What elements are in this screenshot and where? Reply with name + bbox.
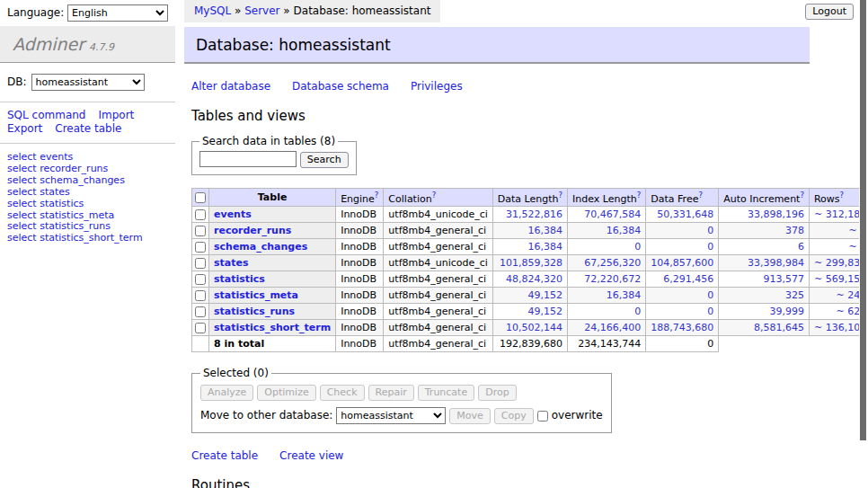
copy-button[interactable]: Copy	[494, 408, 534, 424]
index-length-cell: 72,220,672	[568, 271, 646, 288]
vertical-scrollbar[interactable]	[859, 0, 868, 488]
row-checkbox[interactable]	[195, 306, 206, 317]
search-fieldset: Search data in tables (8) Search	[191, 135, 357, 175]
sidebar-action-link[interactable]: Import	[98, 109, 134, 121]
sidebar-table-link[interactable]: select states	[7, 187, 168, 199]
row-checkbox[interactable]	[195, 226, 206, 236]
table-name-link[interactable]: statistics_short_term	[214, 322, 331, 333]
index-length-cell: 0	[568, 304, 646, 320]
sidebar-action-link[interactable]: Create table	[55, 122, 121, 135]
column-header: Data Free?	[646, 188, 719, 207]
language-label: Language:	[7, 6, 64, 19]
sidebar-table-links: select eventsselect recorder_runsselect …	[0, 144, 175, 253]
help-icon[interactable]: ?	[375, 191, 379, 200]
tables-heading: Tables and views	[191, 108, 810, 124]
row-checkbox-cell	[192, 207, 209, 223]
help-icon[interactable]: ?	[637, 191, 642, 200]
auto-increment-cell: 33,398,984	[719, 255, 810, 271]
search-input[interactable]	[199, 151, 297, 167]
table-name-link[interactable]: recorder_runs	[214, 225, 291, 236]
row-checkbox-cell	[192, 223, 209, 239]
brand-name: Adminer	[13, 34, 84, 54]
help-icon[interactable]: ?	[800, 191, 804, 200]
main-content: Database: homeassistant Alter databaseDa…	[184, 27, 810, 488]
row-checkbox[interactable]	[195, 209, 206, 220]
sidebar-table-link[interactable]: select statistics	[7, 199, 168, 210]
table-row: schema_changesInnoDButf8mb4_general_ci16…	[192, 239, 868, 255]
move-row: Move to other database:homeassistantMove…	[200, 407, 603, 424]
column-header-label: Index Length	[572, 192, 637, 204]
db-selector-row: DB:homeassistant	[0, 63, 175, 102]
database-action-link[interactable]: Database schema	[292, 80, 389, 93]
data-free-cell: 188,743,680	[646, 320, 719, 336]
help-icon[interactable]: ?	[698, 191, 703, 200]
breadcrumb-item[interactable]: Server	[244, 4, 279, 17]
search-button[interactable]: Search	[300, 152, 349, 168]
language-select[interactable]: English	[67, 4, 168, 22]
truncate-button[interactable]: Truncate	[418, 385, 474, 401]
row-checkbox-cell	[192, 320, 209, 336]
table-row: statistics_short_termInnoDButf8mb4_gener…	[192, 320, 868, 336]
sidebar-action-link[interactable]: Export	[7, 122, 42, 135]
help-icon[interactable]: ?	[432, 191, 437, 200]
language-selector-row: Language: English	[7, 4, 168, 22]
collation-cell: utf8mb4_general_ci	[384, 223, 492, 239]
table-name-cell: recorder_runs	[209, 223, 336, 239]
total-data-free-cell: 0	[646, 336, 719, 352]
move-button[interactable]: Move	[449, 408, 491, 424]
column-header-label: Data Length	[498, 192, 559, 204]
total-row: 8 in totalInnoDButf8mb4_general_ci192,83…	[192, 336, 868, 352]
collation-cell: utf8mb4_general_ci	[384, 320, 492, 336]
move-db-select[interactable]: homeassistant	[336, 407, 446, 424]
row-checkbox[interactable]	[195, 323, 206, 333]
row-checkbox-cell	[192, 304, 209, 320]
row-checkbox[interactable]	[195, 274, 206, 285]
data-free-cell: 0	[646, 239, 719, 255]
column-header: Auto Increment?	[719, 188, 810, 207]
check-button[interactable]: Check	[320, 385, 365, 401]
sidebar-table-link[interactable]: select recorder_runs	[7, 164, 168, 175]
table-name-link[interactable]: schema_changes	[214, 241, 307, 253]
total-label-cell: 8 in total	[209, 336, 336, 352]
selected-legend: Selected (0)	[200, 367, 271, 379]
overwrite-checkbox[interactable]	[537, 411, 548, 421]
logout-button[interactable]: Logout	[805, 4, 854, 20]
db-label: DB:	[7, 75, 27, 88]
create-link[interactable]: Create table	[191, 449, 258, 462]
data-length-cell: 10,502,144	[492, 320, 567, 336]
table-name-link[interactable]: statistics	[214, 273, 265, 285]
create-link[interactable]: Create view	[279, 449, 343, 462]
db-select[interactable]: homeassistant	[31, 74, 145, 91]
table-name-link[interactable]: statistics_runs	[214, 306, 295, 317]
table-row: statistics_metaInnoDButf8mb4_general_ci4…	[192, 288, 868, 304]
table-name-cell: schema_changes	[209, 239, 336, 255]
scrollbar-thumb[interactable]	[860, 0, 866, 440]
database-action-link[interactable]: Privileges	[411, 80, 463, 93]
sidebar-action-link[interactable]: SQL command	[7, 109, 85, 121]
table-name-link[interactable]: events	[214, 209, 252, 220]
row-checkbox[interactable]	[195, 258, 206, 269]
sidebar-table-link[interactable]: select events	[7, 152, 168, 164]
table-name-link[interactable]: statistics_meta	[214, 289, 298, 301]
database-action-link[interactable]: Alter database	[191, 80, 270, 93]
collation-cell: utf8mb4_unicode_ci	[384, 255, 492, 271]
breadcrumb-item[interactable]: MySQL	[194, 4, 231, 17]
auto-increment-cell: 6	[719, 239, 810, 255]
table-row: statistics_runsInnoDButf8mb4_general_ci4…	[192, 304, 868, 320]
sidebar-table-link[interactable]: select statistics_short_term	[7, 233, 168, 244]
total-collation-cell: utf8mb4_general_ci	[384, 336, 492, 352]
help-icon[interactable]: ?	[840, 191, 845, 200]
table-name-cell: statistics_short_term	[209, 320, 336, 336]
row-checkbox[interactable]	[195, 290, 206, 301]
optimize-button[interactable]: Optimize	[257, 385, 315, 401]
analyze-button[interactable]: Analyze	[200, 385, 253, 401]
drop-button[interactable]: Drop	[478, 385, 516, 401]
repair-button[interactable]: Repair	[368, 385, 414, 401]
table-name-link[interactable]: states	[214, 257, 249, 269]
row-checkbox[interactable]	[195, 242, 206, 253]
sidebar-table-link[interactable]: select schema_changes	[7, 175, 168, 187]
index-length-cell: 70,467,584	[568, 207, 646, 223]
select-all-cell	[192, 188, 209, 207]
help-icon[interactable]: ?	[559, 191, 563, 200]
select-all-checkbox[interactable]	[195, 192, 206, 203]
